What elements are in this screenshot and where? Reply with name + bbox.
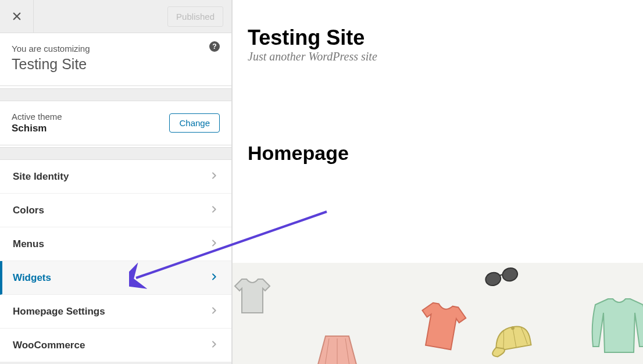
preview-tagline: Just another WordPress site: [248, 50, 377, 63]
menu-item-colors[interactable]: Colors: [0, 194, 231, 227]
menu-item-menus[interactable]: Menus: [0, 227, 231, 261]
close-button[interactable]: [0, 0, 34, 33]
chevron-right-icon: [209, 272, 219, 284]
chevron-right-icon: [209, 205, 219, 216]
active-theme-label: Active theme: [12, 112, 62, 122]
banner-sunglasses-icon: [482, 263, 521, 292]
banner-shirt-gray-icon: [233, 273, 276, 320]
menu-item-site-identity[interactable]: Site Identity: [0, 160, 231, 194]
preview-page-title: Homepage: [248, 142, 349, 165]
change-theme-button[interactable]: Change: [169, 113, 220, 133]
menu-item-homepage-settings[interactable]: Homepage Settings: [0, 295, 231, 329]
menu-item-woocommerce[interactable]: WooCommerce: [0, 329, 231, 362]
customizing-site-name: Testing Site: [12, 56, 220, 73]
preview-site-title: Testing Site: [248, 26, 365, 50]
active-theme-panel: Active theme Schism Change: [0, 101, 231, 145]
banner-cap-icon: [485, 317, 544, 364]
banner-shirt-green-icon: [587, 292, 643, 362]
svg-point-2: [484, 271, 502, 287]
banner-shirt-coral-icon: [408, 293, 476, 361]
menu-item-label: Homepage Settings: [13, 306, 105, 317]
customizer-topbar: Published: [0, 0, 231, 33]
menu-item-label: Menus: [13, 238, 44, 250]
svg-point-3: [501, 266, 519, 283]
site-preview: Testing Site Just another WordPress site…: [233, 0, 643, 364]
divider: [0, 147, 231, 160]
menu-item-label: Colors: [13, 205, 44, 216]
divider: [0, 88, 231, 101]
chevron-right-icon: [209, 306, 219, 317]
menu-item-label: WooCommerce: [13, 340, 85, 351]
customizer-header: ? You are customizing Testing Site: [0, 33, 231, 86]
active-theme-name: Schism: [12, 123, 62, 134]
customizing-label: You are customizing: [12, 44, 220, 53]
menu-item-label: Site Identity: [13, 171, 69, 183]
menu-item-widgets[interactable]: Widgets: [0, 261, 231, 295]
chevron-right-icon: [209, 238, 219, 250]
banner-skirt-icon: [308, 331, 366, 364]
preview-banner: [233, 263, 643, 364]
active-theme-info: Active theme Schism: [12, 112, 62, 134]
help-icon[interactable]: ?: [209, 41, 220, 52]
customizer-menu: Site Identity Colors Menus Widgets Homep…: [0, 160, 231, 364]
menu-item-label: Widgets: [13, 272, 51, 284]
chevron-right-icon: [209, 171, 219, 183]
publish-status[interactable]: Published: [167, 6, 223, 27]
chevron-right-icon: [209, 340, 219, 351]
close-icon: [12, 11, 22, 22]
